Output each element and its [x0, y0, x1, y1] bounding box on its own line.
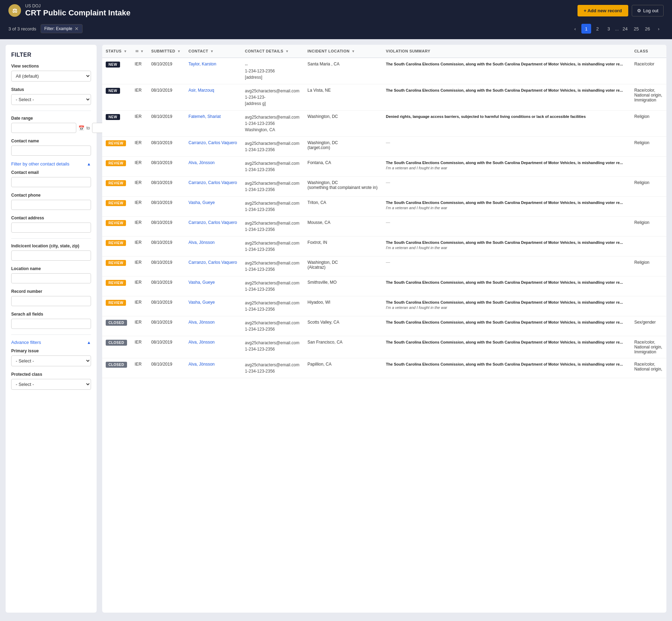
contact-name-input[interactable]: [11, 146, 91, 156]
next-page-button[interactable]: ›: [654, 24, 664, 34]
search-all-input[interactable]: [11, 319, 91, 329]
cell-class: [631, 296, 666, 316]
remove-filter-button[interactable]: ✕: [75, 26, 79, 31]
advance-filters-toggle[interactable]: Advance filters ▲: [11, 340, 91, 345]
view-sections-select[interactable]: All (default): [11, 71, 91, 82]
table-row[interactable]: REVIEWIER08/10/2019Vasha, Gueyeavg25char…: [102, 296, 666, 316]
table-row[interactable]: REVIEWIER08/10/2019Carranzo, Carlos Vaqu…: [102, 256, 666, 276]
col-contact-details[interactable]: CONTACT DETAILS ▼: [241, 45, 304, 58]
contact-link[interactable]: Carranzo, Carlos Vaquero: [189, 220, 237, 225]
primary-issue-select[interactable]: - Select -: [11, 355, 91, 366]
record-number-input[interactable]: [11, 296, 91, 306]
page-26-button[interactable]: 26: [643, 24, 652, 34]
sort-icon-contact: ▼: [210, 49, 214, 53]
source-icon: ✉: [135, 49, 139, 53]
cell-contact[interactable]: Carranzo, Carlos Vaquero: [185, 256, 241, 276]
cell-contact[interactable]: Alva, Jönsson: [185, 237, 241, 256]
cell-incident-location: Smithsville, MO: [304, 276, 383, 296]
table-row[interactable]: REVIEWIER08/10/2019Carranzo, Carlos Vaqu…: [102, 217, 666, 237]
cell-contact[interactable]: Alva, Jönsson: [185, 316, 241, 336]
contact-link[interactable]: Vasha, Gueye: [189, 280, 215, 285]
cell-class: Religion: [631, 177, 666, 197]
incident-location-input[interactable]: [11, 250, 91, 261]
col-incident-location[interactable]: INCIDENT LOCATION ▼: [304, 45, 383, 58]
cell-contact[interactable]: Alva, Jönsson: [185, 358, 241, 378]
logout-button[interactable]: ⚙ Log out: [632, 5, 664, 16]
contact-email-label: Contact email: [11, 170, 91, 175]
col-submitted[interactable]: SUBMITTED ▼: [148, 45, 185, 58]
table-row[interactable]: REVIEWIER08/10/2019Alva, Jönssonavg25cha…: [102, 157, 666, 177]
cell-class: Race/color,National origin,Immigration: [631, 84, 666, 111]
cell-status: REVIEW: [102, 197, 131, 217]
contact-link[interactable]: Asir, Marzouq: [189, 88, 214, 93]
cell-submitted: 08/10/2019: [148, 296, 185, 316]
page-2-button[interactable]: 2: [593, 24, 602, 34]
contact-address-input[interactable]: [11, 223, 91, 233]
table-row[interactable]: NEWIER08/10/2019Asir, Marzouqavg25charac…: [102, 84, 666, 111]
contact-link[interactable]: Alva, Jönsson: [189, 320, 215, 325]
table-row[interactable]: CLOSEDIER08/10/2019Alva, Jönssonavg25cha…: [102, 358, 666, 378]
cell-contact[interactable]: Taylor, Karston: [185, 58, 241, 84]
page-1-button[interactable]: 1: [581, 24, 591, 34]
col-source[interactable]: ✉ ▼: [131, 45, 148, 58]
cell-contact[interactable]: Fatemeh, Shariat: [185, 111, 241, 137]
contact-link[interactable]: Alva, Jönsson: [189, 240, 215, 245]
table-row[interactable]: REVIEWIER08/10/2019Alva, Jönssonavg25cha…: [102, 237, 666, 256]
contact-link[interactable]: Alva, Jönsson: [189, 160, 215, 165]
table-row[interactable]: CLOSEDIER08/10/2019Alva, Jönssonavg25cha…: [102, 316, 666, 336]
col-class: CLASS: [631, 45, 666, 58]
violation-text: The South Carolina Elections Commission,…: [386, 88, 623, 92]
cell-contact[interactable]: Carranzo, Carlos Vaquero: [185, 177, 241, 197]
col-contact[interactable]: CONTACT ▼: [185, 45, 241, 58]
col-status[interactable]: STATUS ▼: [102, 45, 131, 58]
contact-email-input[interactable]: [11, 177, 91, 187]
cell-violation-summary: The South Carolina Elections Commission,…: [383, 58, 631, 84]
contact-link[interactable]: Vasha, Gueye: [189, 300, 215, 305]
contact-link[interactable]: Fatemeh, Shariat: [189, 114, 221, 119]
page-3-button[interactable]: 3: [604, 24, 614, 34]
prev-page-button[interactable]: ‹: [570, 24, 580, 34]
contact-link[interactable]: Alva, Jönsson: [189, 340, 215, 345]
em-dash: —: [386, 140, 390, 145]
status-badge: NEW: [106, 62, 120, 68]
location-name-input[interactable]: [11, 273, 91, 283]
cell-contact[interactable]: Alva, Jönsson: [185, 157, 241, 177]
table-row[interactable]: REVIEWIER08/10/2019Carranzo, Carlos Vaqu…: [102, 177, 666, 197]
page-24-button[interactable]: 24: [620, 24, 630, 34]
contact-link[interactable]: Alva, Jönsson: [189, 362, 215, 367]
contact-link[interactable]: Carranzo, Carlos Vaquero: [189, 180, 237, 185]
contact-link[interactable]: Taylor, Karston: [189, 62, 216, 66]
page-25-button[interactable]: 25: [631, 24, 641, 34]
date-from-input[interactable]: [11, 123, 76, 133]
cell-contact[interactable]: Vasha, Gueye: [185, 296, 241, 316]
date-row: 📅 to 📅: [11, 123, 91, 133]
active-filter-tag[interactable]: Filter: Example ✕: [41, 24, 83, 33]
cell-contact[interactable]: Carranzo, Carlos Vaquero: [185, 137, 241, 157]
cell-contact[interactable]: Vasha, Gueye: [185, 197, 241, 217]
contact-link[interactable]: Carranzo, Carlos Vaquero: [189, 260, 237, 265]
protected-class-select[interactable]: - Select -: [11, 379, 91, 390]
contact-phone-input[interactable]: [11, 200, 91, 210]
contact-link[interactable]: Vasha, Gueye: [189, 200, 215, 205]
cell-incident-location: Fontana, CA: [304, 157, 383, 177]
status-select[interactable]: - Select -: [11, 94, 91, 105]
cell-source: IER: [131, 58, 148, 84]
table-row[interactable]: NEWIER08/10/2019Fatemeh, Shariatavg25cha…: [102, 111, 666, 137]
contact-link[interactable]: Carranzo, Carlos Vaquero: [189, 140, 237, 145]
table-row[interactable]: REVIEWIER08/10/2019Vasha, Gueyeavg25char…: [102, 197, 666, 217]
cell-contact[interactable]: Asir, Marzouq: [185, 84, 241, 111]
table-row[interactable]: REVIEWIER08/10/2019Carranzo, Carlos Vaqu…: [102, 137, 666, 157]
sort-icon-status: ▼: [124, 49, 127, 53]
status-badge: CLOSED: [106, 362, 127, 368]
add-new-record-button[interactable]: + Add new record: [578, 5, 628, 16]
sort-icon-submitted: ▼: [177, 49, 181, 53]
table-row[interactable]: REVIEWIER08/10/2019Vasha, Gueyeavg25char…: [102, 276, 666, 296]
cell-contact[interactable]: Vasha, Gueye: [185, 276, 241, 296]
table-row[interactable]: NEWIER08/10/2019Taylor, Karston--1-234-1…: [102, 58, 666, 84]
cell-status: CLOSED: [102, 316, 131, 336]
primary-issue-label: Primary issue: [11, 348, 91, 353]
filter-contact-toggle[interactable]: Filter by other contact details ▲: [11, 161, 91, 167]
cell-contact[interactable]: Carranzo, Carlos Vaquero: [185, 217, 241, 237]
table-row[interactable]: CLOSEDIER08/10/2019Alva, Jönssonavg25cha…: [102, 336, 666, 358]
cell-contact[interactable]: Alva, Jönsson: [185, 336, 241, 358]
